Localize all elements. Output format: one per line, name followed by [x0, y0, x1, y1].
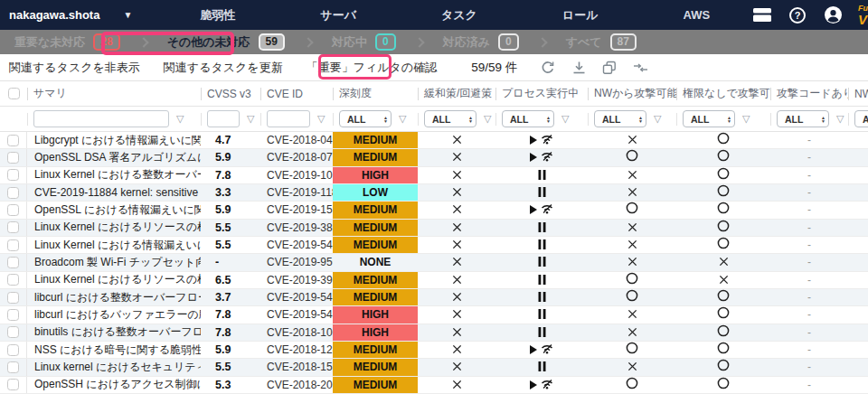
table-row[interactable]: Linux Kernel における情報漏えいに関する脆弱性5.5CVE-2019…	[0, 237, 868, 254]
panel-layout-icon[interactable]	[752, 5, 772, 25]
row-checkbox[interactable]	[7, 204, 19, 216]
row-checkbox[interactable]	[7, 344, 19, 356]
nav-item-aws[interactable]: AWS	[640, 8, 752, 22]
summary-cell[interactable]: Linux Kernel におけるリソースの枯渇に関する脆弱性	[27, 272, 201, 288]
table-row[interactable]: Linux Kernel におけるリソースの枯渇に関する脆弱性5.5CVE-20…	[0, 220, 868, 237]
summary-cell[interactable]: OpenSSL における情報漏えいに関する脆弱性	[27, 202, 201, 218]
column-header-nw-attack[interactable]: NWから攻撃可能	[588, 81, 676, 106]
column-header-process[interactable]: プロセス実行中	[495, 81, 588, 106]
column-header-mitigation[interactable]: 緩和策/回避策	[418, 81, 495, 106]
filter-severity-select[interactable]: ALL▲▼	[339, 110, 392, 127]
severity-badge: MEDIUM	[333, 377, 418, 393]
summary-cell[interactable]: OpenSSL DSA 署名アルゴリズムにおける鍵管理の脆弱性	[27, 149, 201, 165]
row-checkbox[interactable]	[7, 361, 19, 373]
tab-対応中[interactable]: 対応中0	[332, 33, 396, 51]
row-checkbox[interactable]	[7, 239, 19, 251]
filter-exploit-select[interactable]: ALL▲▼	[777, 110, 829, 127]
table-row[interactable]: libcurl におけるバッファエラーの脆弱性7.8CVE-2019-5436H…	[0, 306, 868, 324]
tab-count-badge: 28	[93, 33, 119, 51]
summary-cell[interactable]: Libgcrypt における情報漏えいに関する脆弱性	[27, 132, 201, 148]
account-icon[interactable]	[823, 5, 843, 25]
column-header-nw-extra[interactable]: NW	[848, 81, 868, 106]
summary-cell[interactable]: binutils における整数オーバーフローの脆弱性	[27, 324, 201, 341]
row-checkbox[interactable]	[7, 292, 19, 304]
summary-cell[interactable]: Linux Kernel におけるリソースの枯渇に関する脆弱性	[27, 220, 201, 236]
summary-cell[interactable]: Linux Kernel における整数オーバーフローの脆弱性	[27, 167, 201, 183]
select-all-checkbox[interactable]	[8, 88, 20, 99]
nav-item-servers[interactable]: サーバ	[278, 7, 399, 23]
summary-cell[interactable]: libcurl におけるバッファエラーの脆弱性	[27, 306, 201, 323]
filter-cvss-input[interactable]	[207, 110, 240, 127]
hide-related-tasks-button[interactable]: 関連するタスクを非表示	[9, 60, 140, 76]
filter-mitigation-select[interactable]: ALL▲▼	[424, 110, 476, 127]
summary-cell[interactable]: Linux kernel におけるセキュリティ機能に関する脆弱性	[27, 359, 201, 375]
row-checkbox[interactable]	[7, 274, 19, 286]
column-header-cvss[interactable]: CVSS v3	[201, 81, 260, 106]
filter-nw-attack-select[interactable]: ALL▲▼	[594, 110, 646, 127]
row-checkbox[interactable]	[7, 257, 19, 268]
row-checkbox[interactable]	[7, 379, 19, 390]
help-icon[interactable]: ?	[788, 5, 807, 25]
update-related-tasks-button[interactable]: 関連するタスクを更新	[164, 60, 283, 76]
refresh-icon[interactable]	[539, 59, 557, 77]
filter-funnel-icon[interactable]: ▽	[176, 114, 184, 124]
filter-process-select[interactable]: ALL▲▼	[502, 110, 554, 127]
filter-funnel-icon[interactable]: ▽	[317, 114, 325, 124]
collapse-columns-icon[interactable]	[631, 59, 649, 77]
column-header-select[interactable]	[0, 81, 27, 106]
table-row[interactable]: libcurl における整数オーバーフローの脆弱性3.7CVE-2019-543…	[0, 289, 868, 306]
filter-funnel-icon[interactable]: ▽	[836, 114, 844, 124]
download-icon[interactable]	[570, 59, 588, 77]
row-checkbox[interactable]	[7, 326, 19, 338]
table-row[interactable]: Linux kernel におけるセキュリティ機能に関する脆弱性5.5CVE-2…	[0, 359, 868, 376]
filter-no-priv-select[interactable]: ALL▲▼	[683, 110, 735, 127]
tab-その他の未対応[interactable]: その他の未対応59	[167, 33, 285, 51]
row-checkbox[interactable]	[7, 309, 19, 321]
filter-funnel-icon[interactable]: ▽	[399, 114, 406, 124]
table-row[interactable]: Libgcrypt における情報漏えいに関する脆弱性4.7CVE-2018-04…	[0, 132, 868, 149]
table-row[interactable]: CVE-2019-11884 kernel: sensitive informa…	[0, 184, 868, 202]
column-header-severity[interactable]: 深刻度	[333, 81, 418, 106]
summary-cell[interactable]: libcurl における整数オーバーフローの脆弱性	[27, 289, 201, 305]
tab-すべて[interactable]: すべて87	[566, 33, 637, 51]
nav-item-tasks[interactable]: タスク	[399, 7, 520, 23]
filter-funnel-icon[interactable]: ▽	[742, 114, 750, 124]
important-filter-check-button[interactable]: 「重要」フィルタの確認	[307, 60, 438, 76]
column-header-summary[interactable]: サマリ	[27, 81, 201, 106]
futurevuls-logo[interactable]: Future Vuls	[858, 4, 868, 27]
tab-重要な未対応[interactable]: 重要な未対応28	[14, 33, 120, 51]
column-header-no-priv[interactable]: 権限なしで攻撃可能	[676, 81, 770, 106]
row-checkbox[interactable]	[7, 187, 19, 199]
filter-funnel-icon[interactable]: ▽	[484, 114, 491, 124]
table-row[interactable]: NSS における暗号に関する脆弱性5.9CVE-2018-12404MEDIUM…	[0, 342, 868, 359]
nav-item-roles[interactable]: ロール	[520, 7, 641, 23]
filter-nw-extra-select[interactable]: ALL▲▼	[854, 110, 868, 127]
summary-cell[interactable]: CVE-2019-11884 kernel: sensitive informa…	[27, 184, 201, 201]
column-header-cve[interactable]: CVE ID	[260, 81, 333, 106]
filter-funnel-icon[interactable]: ▽	[561, 114, 569, 124]
table-row[interactable]: OpenSSH におけるアクセス制御に関する脆弱性5.3CVE-2018-206…	[0, 377, 868, 394]
user-menu[interactable]: nakagawa.shota ▼	[9, 8, 132, 22]
filter-cve-input[interactable]	[267, 110, 310, 127]
column-header-exploit[interactable]: 攻撃コードあり	[770, 81, 848, 106]
summary-cell[interactable]: NSS における暗号に関する脆弱性	[27, 342, 201, 358]
table-row[interactable]: Linux Kernel における整数オーバーフローの脆弱性7.8CVE-201…	[0, 167, 868, 184]
tab-対応済み[interactable]: 対応済み0	[443, 33, 519, 51]
table-row[interactable]: OpenSSL における情報漏えいに関する脆弱性5.9CVE-2019-1559…	[0, 202, 868, 219]
copy-icon[interactable]	[600, 59, 618, 77]
table-row[interactable]: Linux Kernel におけるリソースの枯渇に関する脆弱性6.5CVE-20…	[0, 272, 868, 289]
summary-cell[interactable]: OpenSSH におけるアクセス制御に関する脆弱性	[27, 377, 201, 393]
table-row[interactable]: binutils における整数オーバーフローの脆弱性7.8CVE-2018-10…	[0, 324, 868, 342]
row-checkbox[interactable]	[7, 135, 19, 146]
filter-funnel-icon[interactable]: ▽	[247, 114, 254, 124]
filter-funnel-icon[interactable]: ▽	[654, 114, 661, 124]
summary-cell[interactable]: Linux Kernel における情報漏えいに関する脆弱性	[27, 237, 201, 253]
nav-item-vulnerabilities[interactable]: 脆弱性	[157, 7, 278, 23]
row-checkbox[interactable]	[7, 152, 19, 164]
row-checkbox[interactable]	[7, 221, 19, 233]
filter-summary-input[interactable]	[33, 110, 169, 127]
row-checkbox[interactable]	[7, 169, 19, 181]
summary-cell[interactable]: Broadcom 製 Wi-Fi チップセット向けの複数の脆弱性	[27, 254, 201, 270]
table-row[interactable]: OpenSSL DSA 署名アルゴリズムにおける鍵管理の脆弱性5.9CVE-20…	[0, 149, 868, 166]
table-row[interactable]: Broadcom 製 Wi-Fi チップセット向けの複数の脆弱性-CVE-201…	[0, 254, 868, 271]
